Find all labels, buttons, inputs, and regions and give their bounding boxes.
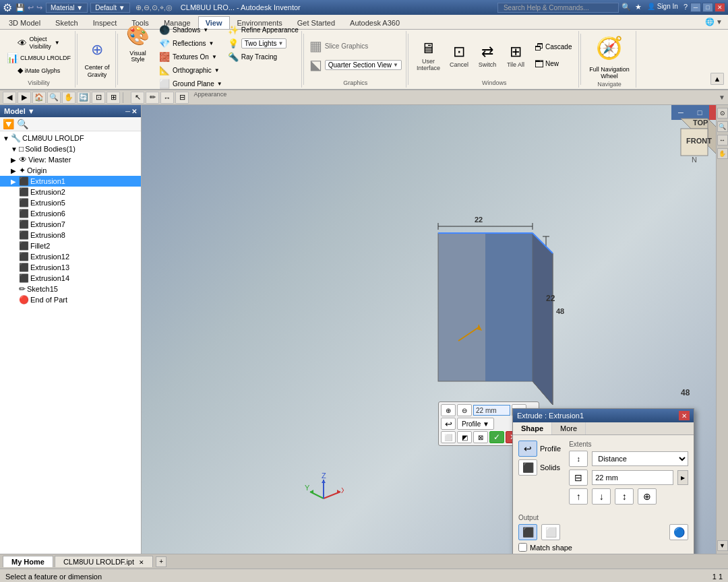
zoom-window-btn[interactable]: ⊡ [92,92,105,104]
tree-fillet2[interactable]: ▶ ⬛ Fillet2 [0,240,141,251]
object-visibility-btn[interactable]: 👁 ObjectVisibility ▼ [16,35,61,51]
close-btn[interactable]: ✕ [715,3,725,12]
mini-cut-btn[interactable]: ⊖ [457,404,472,416]
output-surface-btn[interactable]: ⬜ [541,524,560,540]
sidebar-close-btn[interactable]: ✕ [131,108,137,115]
filter-icon[interactable]: 🔽 [3,119,14,129]
mini-ok-btn[interactable]: ✓ [489,431,504,443]
viewport-tab-myhome[interactable]: My Home [3,556,53,567]
dialog-tab-shape[interactable]: Shape [513,422,552,434]
select-btn[interactable]: ↖ [131,92,144,104]
file-tab-close[interactable]: ✕ [139,559,144,566]
refine-btn[interactable]: Refine Appearance [241,26,299,34]
tree-extrusion6[interactable]: ▶ ⬛ Extrusion6 [0,208,141,219]
tree-extrusion1[interactable]: ▶ ⬛ Extrusion1 [0,176,141,187]
tree-view[interactable]: ▶ 👁 View: Master [0,154,141,165]
dir-btn3[interactable]: ↕ [615,488,634,505]
vn-btn4[interactable]: ✋ [717,148,728,159]
iMate-btn[interactable]: ◆ iMate Glyphs [16,65,62,75]
visual-style-btn[interactable]: 🎨 [122,22,154,49]
vn-btn2[interactable]: 🔍 [717,121,728,132]
tree-extrusion8[interactable]: ▶ ⬛ Extrusion8 [0,230,141,240]
tab-inspect[interactable]: Inspect [86,16,124,29]
solids-icon-btn[interactable]: ⬛ [518,459,537,476]
env-selector[interactable]: 🌐 ▼ [700,16,728,28]
switch-btn[interactable]: ⇄ Switch [475,41,499,70]
menu-icon-redo[interactable]: ↪ [36,3,42,12]
reflections-btn[interactable]: Reflections [173,40,206,47]
tree-extrusion14[interactable]: ▶ ⬛ Extrusion14 [0,273,141,284]
tab-a360[interactable]: Autodesk A360 [342,16,407,29]
ribbon-expand-btn[interactable]: ▲ [710,73,724,85]
tree-origin[interactable]: ▶ ✦ Origin [0,165,141,176]
quarter-section-dropdown[interactable]: Quarter Section View ▼ [325,60,402,70]
extents-sym-btn[interactable]: ⊟ [569,470,588,486]
viewport-3d[interactable]: ─ □ ✕ TOP FRONT N ⊙ 🔍 ↔ [142,105,728,554]
textures-arrow[interactable]: ▼ [212,54,217,60]
groundplane-arrow[interactable]: ▼ [217,81,222,87]
search-box[interactable]: Search Help & Commands... [497,3,619,13]
pan-btn[interactable]: ✋ [62,92,75,104]
raytrace-btn[interactable]: Ray Tracing [241,53,277,61]
output-solid-btn[interactable]: ⬛ [518,524,537,540]
mini-shape-btn2[interactable]: ◩ [457,431,472,443]
sketch-btn[interactable]: ✏ [146,92,159,104]
shadows-btn[interactable]: Shadows [173,26,200,34]
zoom-all-btn[interactable]: ⊞ [107,92,120,104]
cascade-btn[interactable]: 🗗 Cascade [532,40,574,55]
analysis-btn[interactable]: 📊 CLM8UU LROLDF [5,52,72,64]
view-dropdown[interactable]: Default ▼ [90,3,129,13]
groundplane-btn[interactable]: Ground Plane [173,80,214,88]
vn-btn3[interactable]: ↔ [717,135,728,146]
extents-stepper[interactable]: ▶ [677,470,688,485]
sidebar-minimize-btn[interactable]: ─ [125,108,130,115]
star-icon[interactable]: ★ [635,3,642,13]
tree-solid[interactable]: ▼ □ Solid Bodies(1) [0,143,141,154]
dir-btn2[interactable]: ↓ [592,488,611,505]
orbit-btn[interactable]: 🔄 [77,92,90,104]
vn-btn5[interactable]: ▼ [717,540,728,551]
home-btn[interactable]: 🏠 [32,92,46,104]
tree-extrusion2[interactable]: ▶ ⬛ Extrusion2 [0,187,141,197]
orthographic-btn[interactable]: Orthographic [173,67,212,74]
tree-extrusion12[interactable]: ▶ ⬛ Extrusion12 [0,251,141,262]
dir-btn4[interactable]: ⊕ [638,488,657,505]
mini-profile-btn[interactable]: Profile ▼ [457,418,494,430]
tree-clm8uu[interactable]: ▼ 🔧 CLM8UU LROLDF [0,133,141,143]
maximize-btn[interactable]: □ [702,3,713,12]
viewport-tab-file[interactable]: CLM8UU LROLDF.ipt ✕ [55,556,153,567]
zoom-btn[interactable]: 🔍 [47,92,61,104]
vn-btn1[interactable]: ⊙ [717,108,728,119]
mini-value-input[interactable] [473,405,510,416]
shadows-arrow[interactable]: ▼ [203,27,208,33]
center-gravity-btn[interactable]: ⊕ [88,39,106,61]
menu-icon-undo[interactable]: ↩ [28,3,34,12]
tree-extrusion13[interactable]: ▶ ⬛ Extrusion13 [0,262,141,273]
constraint-btn[interactable]: ⊟ [175,92,189,104]
tab-sketch[interactable]: Sketch [48,16,86,29]
signin-btn[interactable]: 👤 Sign In [647,3,678,13]
tab-3dmodel[interactable]: 3D Model [1,16,48,29]
material-dropdown[interactable]: Material ▼ [46,3,88,13]
forward-btn[interactable]: ▶ [18,92,31,104]
user-interface-btn[interactable]: 🖥 UserInterface [414,38,443,73]
tree-sketch15[interactable]: ▶ ✏ Sketch15 [0,284,141,294]
extents-value-input[interactable] [592,470,673,485]
textures-btn[interactable]: Textures On [173,53,209,61]
mini-shape-btn3[interactable]: ⊠ [473,431,488,443]
dialog-close-btn[interactable]: ✕ [679,411,690,420]
clean-screen-btn[interactable]: ⊡ Cancel [447,41,471,70]
search-icon[interactable]: 🔍 [621,3,631,13]
lights-dropdown[interactable]: Two Lights ▼ [241,38,287,48]
tree-extrusion7[interactable]: ▶ ⬛ Extrusion7 [0,219,141,230]
help-btn[interactable]: ? [684,3,688,13]
search-tree-icon[interactable]: 🔍 [17,119,28,129]
dialog-tab-more[interactable]: More [552,422,586,434]
mini-join-btn[interactable]: ⊕ [441,404,456,416]
match-shape-checkbox[interactable] [518,543,527,552]
dimension-btn[interactable]: ↔ [160,92,174,104]
profile-icon-btn[interactable]: ↩ [518,441,537,457]
reflections-arrow[interactable]: ▼ [208,40,214,46]
output-new-btn[interactable]: 🔵 [669,524,688,540]
tree-endofpart[interactable]: ▶ 🔴 End of Part [0,294,141,305]
